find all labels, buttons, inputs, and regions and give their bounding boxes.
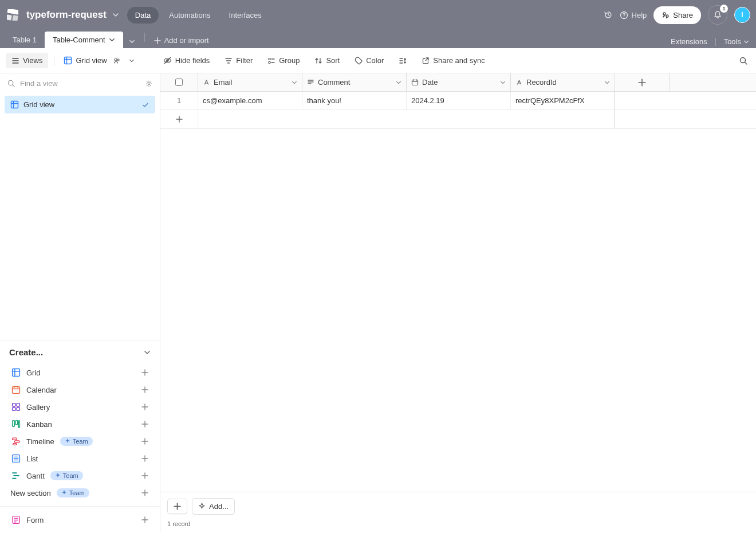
nav-automations[interactable]: Automations [161, 7, 218, 23]
share-sync-button[interactable]: Share and sync [417, 54, 489, 67]
history-icon[interactable] [604, 10, 613, 19]
svg-rect-11 [269, 58, 270, 60]
share-icon [422, 57, 430, 65]
settings-icon[interactable] [145, 80, 153, 88]
col-header-date[interactable]: Date [407, 73, 511, 91]
topbar-right: Help Share 1 I [604, 5, 750, 25]
search-button[interactable] [737, 54, 750, 68]
cell-email[interactable]: cs@example.com [198, 92, 302, 109]
tab-dropdown[interactable] [123, 35, 141, 48]
share-button[interactable]: Share [653, 6, 701, 24]
chevron-down-icon [144, 349, 151, 356]
chevron-down-icon [109, 37, 115, 43]
row-height-button[interactable] [394, 54, 411, 67]
tab-table-comment[interactable]: Table-Comment [45, 32, 123, 48]
col-header-recordid[interactable]: RecordId [511, 73, 615, 91]
create-kanban[interactable]: Kanban [7, 416, 153, 433]
svg-point-16 [148, 83, 150, 85]
create-form[interactable]: Form [7, 511, 153, 528]
tab-label: Table-Comment [53, 36, 105, 44]
add-or-import-button[interactable]: Add or import [148, 33, 215, 48]
svg-point-4 [623, 17, 624, 17]
avatar[interactable]: I [734, 7, 750, 23]
help-button[interactable]: Help [620, 11, 647, 19]
extensions-link[interactable]: Extensions [671, 37, 707, 46]
divider [144, 33, 145, 42]
search-icon [739, 56, 748, 65]
share-sync-label: Share and sync [433, 56, 485, 65]
tab-table1[interactable]: Table 1 [5, 32, 45, 48]
svg-point-13 [360, 62, 361, 63]
col-header-email[interactable]: Email [198, 73, 302, 91]
find-view-input[interactable] [20, 79, 140, 88]
sort-button[interactable]: Sort [310, 54, 344, 67]
cell-recordid[interactable]: rectrQEy8XPM2cFfX [511, 92, 615, 109]
create-gantt[interactable]: Gantt Team [7, 467, 153, 484]
col-header-label: Comment [318, 78, 350, 87]
color-label: Color [366, 56, 384, 65]
kanban-icon [11, 420, 21, 429]
cell-comment[interactable]: thank you! [302, 92, 407, 109]
add-options-button[interactable]: Add... [192, 498, 235, 515]
team-badge: Team [50, 471, 83, 480]
plus-icon [141, 421, 148, 428]
team-badge: Team [60, 437, 93, 446]
chevron-down-icon[interactable] [292, 80, 297, 85]
sort-label: Sort [326, 56, 340, 65]
nav-interfaces[interactable]: Interfaces [221, 7, 270, 23]
create-gallery[interactable]: Gallery [7, 398, 153, 416]
create-calendar[interactable]: Calendar [7, 381, 153, 398]
nav-data[interactable]: Data [127, 7, 159, 23]
hide-fields-label: Hide fields [175, 56, 210, 65]
add-record-button[interactable] [167, 499, 187, 514]
base-name-chevron-icon[interactable] [112, 11, 119, 18]
chevron-down-icon[interactable] [500, 80, 506, 85]
view-toolbar: Views Grid view Hide fields Filter Group… [0, 48, 756, 73]
add-record-row[interactable] [160, 110, 756, 128]
row-number[interactable]: 1 [160, 92, 198, 109]
tools-dropdown[interactable]: Tools [724, 37, 749, 46]
longtext-field-icon [307, 79, 314, 86]
create-item-label: List [26, 454, 38, 463]
table-row[interactable]: 1 cs@example.com thank you! 2024.2.19 re… [160, 92, 756, 110]
sparkle-icon [65, 438, 70, 444]
create-list[interactable]: List [7, 450, 153, 467]
chevron-down-icon[interactable] [604, 80, 610, 85]
col-header-comment[interactable]: Comment [302, 73, 407, 91]
col-header-checkbox[interactable] [160, 73, 198, 91]
svg-rect-20 [13, 403, 15, 406]
base-name[interactable]: typeform-request [26, 9, 107, 21]
plus-icon [141, 438, 148, 445]
plus-icon [174, 503, 181, 510]
plus-icon [154, 37, 161, 44]
grid-view-selector[interactable]: Grid view [60, 54, 137, 67]
add-column-button[interactable] [615, 73, 670, 91]
plus-icon [638, 79, 646, 87]
menu-icon [11, 57, 19, 65]
create-item-label: Form [26, 516, 44, 524]
create-grid[interactable]: Grid [7, 364, 153, 381]
svg-rect-25 [15, 421, 18, 425]
views-button[interactable]: Views [6, 53, 48, 68]
chevron-down-icon[interactable] [396, 80, 401, 85]
app-logo-icon[interactable] [6, 8, 19, 22]
create-item-label: Timeline [26, 437, 54, 446]
select-all-checkbox[interactable] [175, 79, 183, 86]
svg-rect-21 [17, 403, 19, 406]
color-button[interactable]: Color [350, 54, 388, 67]
eye-off-icon [163, 56, 172, 65]
create-new-section[interactable]: New section Team [7, 484, 153, 501]
create-section-toggle[interactable]: Create... [0, 340, 160, 362]
cell-date[interactable]: 2024.2.19 [407, 92, 511, 109]
svg-rect-27 [13, 438, 17, 440]
text-field-icon [515, 79, 523, 86]
notifications-button[interactable]: 1 [708, 5, 727, 25]
svg-rect-22 [13, 407, 15, 410]
create-timeline[interactable]: Timeline Team [7, 433, 153, 450]
filter-button[interactable]: Filter [220, 54, 257, 67]
plus-icon [141, 386, 148, 393]
svg-rect-32 [412, 80, 418, 85]
group-button[interactable]: Group [263, 54, 304, 67]
hide-fields-button[interactable]: Hide fields [159, 54, 215, 67]
view-item-grid[interactable]: Grid view [5, 96, 155, 113]
